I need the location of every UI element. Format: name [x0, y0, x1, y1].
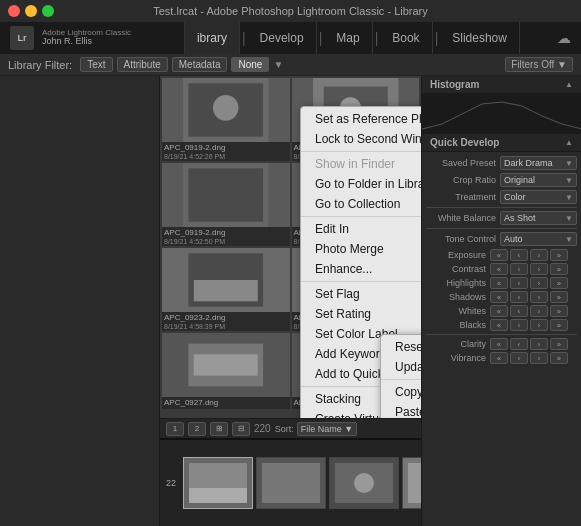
- submenu-copy-settings[interactable]: Copy Settings...: [381, 382, 421, 402]
- blacks-u[interactable]: ›: [530, 319, 548, 331]
- filmstrip-thumb-2[interactable]: [329, 457, 399, 509]
- filter-btn-text[interactable]: Text: [80, 57, 112, 72]
- contrast-u[interactable]: ›: [530, 263, 548, 275]
- contrast-label: Contrast: [426, 264, 486, 274]
- crop-ratio-label: Crop Ratio: [426, 175, 496, 185]
- treatment-value[interactable]: Color ▼: [500, 190, 577, 204]
- exposure-btns: « ‹ › »: [490, 249, 568, 261]
- shadows-uu[interactable]: »: [550, 291, 568, 303]
- quick-develop-toggle: ▲: [565, 138, 573, 147]
- whites-d[interactable]: ‹: [510, 305, 528, 317]
- vibrance-dd[interactable]: «: [490, 352, 508, 364]
- menu-go-folder[interactable]: Go to Folder in Library: [301, 174, 421, 194]
- nav-item-book[interactable]: Book: [380, 22, 432, 54]
- app-branding: Adobe Lightroom Classic John R. Ellis: [42, 29, 131, 48]
- sort-value[interactable]: File Name ▼: [297, 422, 357, 436]
- contrast-d[interactable]: ‹: [510, 263, 528, 275]
- submenu-update-current[interactable]: Update to Current Process Version: [381, 357, 421, 377]
- saved-preset-value[interactable]: Dark Drama ▼: [500, 156, 577, 170]
- menu-set-rating[interactable]: Set Rating ▶: [301, 304, 421, 324]
- vibrance-d[interactable]: ‹: [510, 352, 528, 364]
- page-btn-1[interactable]: 1: [166, 422, 184, 436]
- nav-item-slideshow[interactable]: Slideshow: [440, 22, 520, 54]
- svg-rect-31: [408, 463, 421, 503]
- cloud-icon[interactable]: ☁: [557, 30, 571, 46]
- contrast-dd[interactable]: «: [490, 263, 508, 275]
- menu-enhance[interactable]: Enhance... ⌃⌥E: [301, 259, 421, 279]
- clarity-d[interactable]: ‹: [510, 338, 528, 350]
- filmstrip-thumb-1[interactable]: [256, 457, 326, 509]
- page-btn-2[interactable]: 2: [188, 422, 206, 436]
- clarity-u[interactable]: ›: [530, 338, 548, 350]
- whites-dd[interactable]: «: [490, 305, 508, 317]
- close-button[interactable]: [8, 5, 20, 17]
- photo-cell-4[interactable]: APC_0923-2.dng 8/19/21 4:58:39 PM: [162, 248, 290, 331]
- tone-control-label: Tone Control: [426, 234, 496, 244]
- filmstrip-thumb-3[interactable]: [402, 457, 421, 509]
- contrast-uu[interactable]: »: [550, 263, 568, 275]
- nav-item-develop[interactable]: Develop: [248, 22, 317, 54]
- clarity-uu[interactable]: »: [550, 338, 568, 350]
- filter-btn-metadata[interactable]: Metadata: [172, 57, 228, 72]
- whites-u[interactable]: ›: [530, 305, 548, 317]
- loupe-view-btn[interactable]: ⊟: [232, 422, 250, 436]
- left-sidebar: [0, 76, 160, 526]
- white-balance-label: White Balance: [426, 213, 496, 223]
- shadows-dd[interactable]: «: [490, 291, 508, 303]
- app-window: Test.lrcat - Adobe Photoshop Lightroom C…: [0, 0, 581, 526]
- filter-btn-none[interactable]: None: [231, 57, 269, 72]
- vibrance-uu[interactable]: »: [550, 352, 568, 364]
- photo-filename-4: APC_0923-2.dng: [162, 312, 290, 323]
- filters-off-button[interactable]: Filters Off ▼: [505, 57, 573, 72]
- nav-item-library[interactable]: ibrary: [184, 22, 240, 54]
- shadows-d[interactable]: ‹: [510, 291, 528, 303]
- tone-control-value[interactable]: Auto ▼: [500, 232, 577, 246]
- menu-set-reference[interactable]: Set as Reference Photo: [301, 109, 421, 129]
- blacks-uu[interactable]: »: [550, 319, 568, 331]
- highlights-u[interactable]: ›: [530, 277, 548, 289]
- minimize-button[interactable]: [25, 5, 37, 17]
- exposure-uu[interactable]: »: [550, 249, 568, 261]
- clarity-btns: « ‹ › »: [490, 338, 568, 350]
- menu-lock-window[interactable]: Lock to Second Window ⌘⇧\: [301, 129, 421, 149]
- blacks-d[interactable]: ‹: [510, 319, 528, 331]
- histogram-title: Histogram: [430, 79, 479, 90]
- photo-cell-2[interactable]: APC_0919-2.dng 8/19/21 4:52:50 PM: [162, 163, 290, 246]
- menu-edit-in[interactable]: Edit In ▶: [301, 219, 421, 239]
- filter-bar: Library Filter: Text Attribute Metadata …: [0, 54, 581, 76]
- whites-uu[interactable]: »: [550, 305, 568, 317]
- nav-item-map[interactable]: Map: [324, 22, 372, 54]
- submenu-paste-settings[interactable]: Paste Settings: [381, 402, 421, 418]
- photo-date-2: 8/19/21 4:52:50 PM: [162, 238, 290, 246]
- shadows-u[interactable]: ›: [530, 291, 548, 303]
- nav-bar: ibrary | Develop | Map | Book | Slidesho…: [147, 22, 557, 54]
- whites-label: Whites: [426, 306, 486, 316]
- exposure-dd[interactable]: «: [490, 249, 508, 261]
- submenu-reset[interactable]: Reset: [381, 337, 421, 357]
- menu-photo-merge[interactable]: Photo Merge ▶: [301, 239, 421, 259]
- shadows-row: Shadows « ‹ › »: [426, 291, 577, 303]
- app-header: Lr Adobe Lightroom Classic John R. Ellis…: [0, 22, 581, 54]
- filter-label: Library Filter:: [8, 59, 72, 71]
- highlights-uu[interactable]: »: [550, 277, 568, 289]
- white-balance-value[interactable]: As Shot ▼: [500, 211, 577, 225]
- highlights-dd[interactable]: «: [490, 277, 508, 289]
- maximize-button[interactable]: [42, 5, 54, 17]
- photo-cell-0[interactable]: APC_0919-2.dng 8/19/21 4:52:26 PM: [162, 78, 290, 161]
- vibrance-u[interactable]: ›: [530, 352, 548, 364]
- bottom-toolbar: 1 2 ⊞ ⊟ 220 Sort: File Name ▼: [160, 418, 421, 438]
- grid-view-btn[interactable]: ⊞: [210, 422, 228, 436]
- crop-ratio-value[interactable]: Original ▼: [500, 173, 577, 187]
- filter-btn-attribute[interactable]: Attribute: [117, 57, 168, 72]
- blacks-dd[interactable]: «: [490, 319, 508, 331]
- menu-go-collection[interactable]: Go to Collection ▶: [301, 194, 421, 214]
- histogram-header[interactable]: Histogram ▲: [422, 76, 581, 94]
- photo-cell-6[interactable]: APC_0927.dng: [162, 333, 290, 409]
- filmstrip-thumb-0[interactable]: [183, 457, 253, 509]
- exposure-d[interactable]: ‹: [510, 249, 528, 261]
- clarity-dd[interactable]: «: [490, 338, 508, 350]
- menu-set-flag[interactable]: Set Flag ▶: [301, 284, 421, 304]
- exposure-u[interactable]: ›: [530, 249, 548, 261]
- highlights-d[interactable]: ‹: [510, 277, 528, 289]
- quick-develop-header[interactable]: Quick Develop ▲: [422, 134, 581, 152]
